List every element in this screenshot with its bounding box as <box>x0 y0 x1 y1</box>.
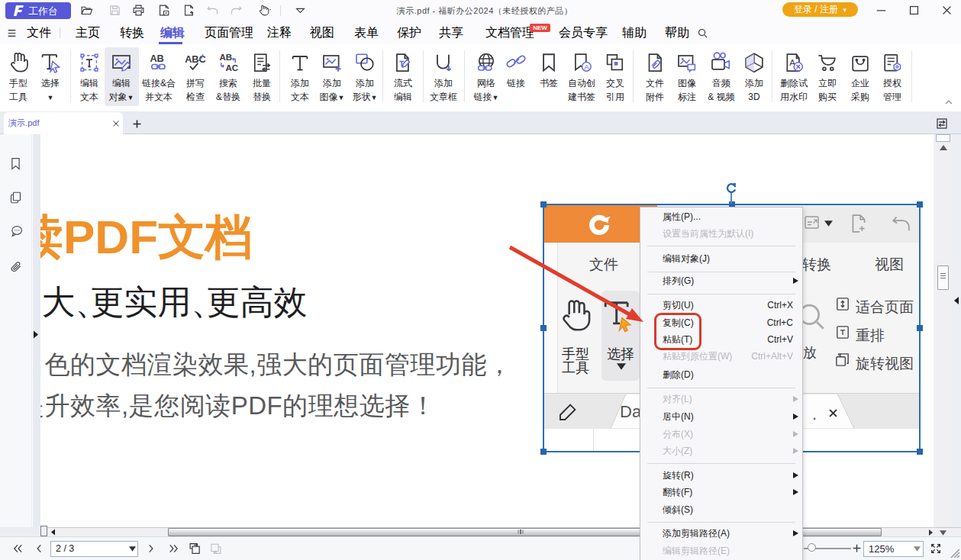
svg-text:AC: AC <box>226 63 239 72</box>
svg-text:工作台: 工作台 <box>28 5 58 17</box>
svg-text:AB: AB <box>219 53 232 62</box>
svg-text:A: A <box>584 63 589 71</box>
svg-text:AB: AB <box>150 53 163 64</box>
